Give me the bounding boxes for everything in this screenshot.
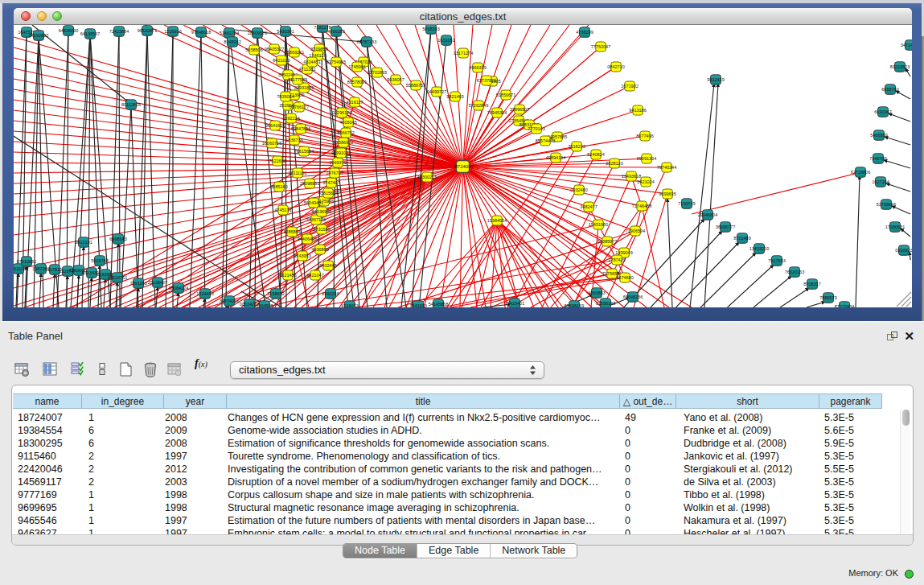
svg-text:4316117: 4316117 [346,100,363,105]
svg-text:99091334: 99091334 [637,156,656,161]
svg-text:1627204: 1627204 [872,179,889,184]
svg-text:4324451: 4324451 [303,60,320,64]
svg-text:34874016: 34874016 [220,299,239,303]
svg-text:1745961: 1745961 [348,64,365,69]
svg-text:6690967: 6690967 [874,109,891,114]
svg-text:2787429: 2787429 [608,257,625,262]
svg-text:19384554: 19384554 [487,218,507,223]
svg-text:49894134: 49894134 [546,155,565,160]
svg-text:53755646: 53755646 [877,202,896,207]
svg-text:36995777: 36995777 [716,225,735,229]
svg-text:15451680: 15451680 [589,222,608,227]
svg-text:80112805: 80112805 [121,102,141,107]
svg-text:4060883: 4060883 [588,290,605,295]
svg-text:00766177: 00766177 [290,105,309,109]
svg-text:5466889: 5466889 [870,133,887,138]
svg-text:7889579: 7889579 [819,295,836,300]
svg-text:1836736: 1836736 [285,138,302,142]
svg-text:77752047: 77752047 [591,44,610,49]
svg-text:4738299: 4738299 [576,30,593,35]
svg-text:13433200: 13433200 [749,246,769,251]
svg-text:96641605: 96641605 [265,123,285,128]
svg-text:61595148: 61595148 [596,301,615,306]
svg-text:54145868: 54145868 [429,302,448,307]
svg-text:0330923: 0330923 [895,248,912,253]
svg-text:76945314: 76945314 [487,110,507,115]
svg-text:62729806: 62729806 [851,170,870,175]
svg-text:7193745: 7193745 [678,201,695,206]
svg-text:4216073: 4216073 [341,303,358,308]
svg-text:57262849: 57262849 [469,103,488,108]
svg-text:15300215: 15300215 [417,175,437,179]
svg-text:5240824: 5240824 [587,152,604,157]
svg-text:3685160: 3685160 [270,184,287,189]
svg-text:87277434: 87277434 [835,304,854,308]
svg-text:7839084: 7839084 [277,94,294,99]
svg-text:96532871: 96532871 [138,28,157,33]
svg-text:7917693: 7917693 [768,258,785,263]
svg-text:37996507: 37996507 [510,107,529,112]
svg-text:81754965: 81754965 [326,60,346,64]
svg-text:7770143: 7770143 [528,126,544,131]
svg-text:0812191: 0812191 [75,240,92,245]
svg-text:67737826: 67737826 [477,78,496,83]
svg-text:56049451: 56049451 [304,200,323,205]
svg-text:13493618: 13493618 [622,174,641,179]
svg-text:9636057: 9636057 [387,77,404,82]
svg-text:62386922: 62386922 [334,140,353,145]
svg-text:76615654: 76615654 [294,149,314,154]
svg-text:7346706: 7346706 [869,156,886,161]
svg-text:85574443: 85574443 [536,138,555,143]
svg-text:6658760: 6658760 [881,87,898,92]
svg-text:0842710: 0842710 [607,64,624,69]
svg-text:28098851: 28098851 [300,181,319,186]
svg-text:9743953: 9743953 [294,253,310,258]
svg-text:67010651: 67010651 [17,259,36,264]
svg-text:34714345: 34714345 [901,43,912,47]
svg-text:6204505: 6204505 [256,303,273,308]
svg-text:2328120: 2328120 [606,161,622,166]
svg-text:4896383: 4896383 [327,29,344,34]
svg-text:71906594: 71906594 [626,229,645,233]
svg-text:86578091: 86578091 [347,80,367,84]
svg-text:51462704: 51462704 [220,31,239,35]
svg-text:3158692: 3158692 [267,291,284,296]
svg-text:69847896: 69847896 [291,126,310,131]
svg-text:01429401: 01429401 [505,301,524,306]
svg-text:17080531: 17080531 [885,225,905,229]
svg-text:3482477: 3482477 [580,204,597,209]
svg-text:8677496: 8677496 [636,134,653,138]
svg-text:34192832: 34192832 [29,33,48,38]
svg-text:98084124: 98084124 [169,286,188,290]
svg-text:45991022: 45991022 [331,150,351,155]
svg-text:5098393: 5098393 [422,27,439,31]
svg-text:55698169: 55698169 [565,303,584,308]
svg-text:25135427: 25135427 [148,280,167,285]
svg-text:64835030: 64835030 [59,28,78,33]
svg-text:3747407: 3747407 [322,180,339,185]
svg-text:65787133: 65787133 [357,39,376,44]
svg-text:9699695: 9699695 [659,192,676,196]
svg-text:94406409: 94406409 [298,237,317,241]
svg-text:2731585: 2731585 [313,227,330,232]
svg-text:34624751: 34624751 [108,275,127,280]
svg-text:5430391: 5430391 [277,29,294,34]
svg-text:79740344: 79740344 [657,165,676,170]
svg-text:8708317: 8708317 [803,282,820,286]
svg-text:2421024: 2421024 [637,179,654,184]
svg-text:9821465: 9821465 [446,94,463,99]
svg-text:13171274: 13171274 [454,51,473,56]
svg-text:0932480: 0932480 [570,187,587,192]
svg-text:1031051: 1031051 [437,38,454,43]
svg-text:5009788: 5009788 [91,258,108,263]
svg-text:18724007: 18724007 [452,164,474,169]
svg-text:1671902: 1671902 [621,84,638,89]
svg-text:62702895: 62702895 [368,70,387,75]
svg-text:75869261: 75869261 [285,50,304,55]
svg-text:7543303: 7543303 [409,303,426,308]
svg-text:81177589: 81177589 [288,77,307,82]
svg-text:8421020: 8421020 [273,58,290,63]
svg-text:4745171: 4745171 [274,208,291,212]
svg-text:3518233: 3518233 [568,144,585,149]
svg-text:1969379: 1969379 [329,160,346,165]
